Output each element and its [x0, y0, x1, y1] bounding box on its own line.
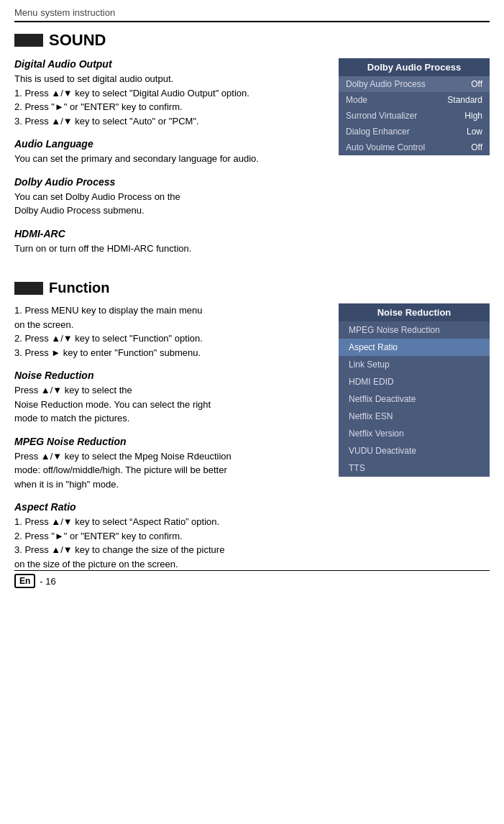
- audio-language-section: Audio Language You can set the primary a…: [14, 138, 331, 166]
- noise-row-8[interactable]: TTS: [339, 459, 490, 477]
- dolby-row-value-2: High: [464, 111, 482, 121]
- line: This is used to set digital audio output…: [14, 72, 331, 86]
- line: 1. Press MENU key to display the main me…: [14, 303, 331, 318]
- dolby-row-label-0: Dolby Audio Process: [346, 79, 426, 89]
- dolby-row-1[interactable]: Mode Standard: [339, 92, 490, 108]
- digital-audio-output-title: Digital Audio Output: [14, 58, 331, 70]
- line: 2. Press "►" or "ENTER" key to confirm.: [14, 100, 331, 114]
- footer-text: - 16: [40, 576, 55, 587]
- dolby-row-label-1: Mode: [346, 95, 367, 105]
- footer-badge: En: [14, 574, 35, 588]
- sound-bar: [14, 34, 43, 47]
- line: on the screen.: [14, 318, 331, 332]
- dolby-panel-title: Dolby Audio Process: [339, 58, 490, 76]
- line: 3. Press ► key to enter "Function" subme…: [14, 346, 331, 360]
- function-title: Function: [49, 280, 109, 296]
- sound-section-header: SOUND: [14, 31, 490, 50]
- noise-row-6[interactable]: Netflix Version: [339, 425, 490, 442]
- function-bar: [14, 282, 43, 295]
- line: 3. Press ▲/▼ key to select "Auto" or "PC…: [14, 114, 331, 129]
- noise-reduction-content: Press ▲/▼ key to select the Noise Reduct…: [14, 383, 331, 426]
- line: Noise Reduction mode. You can select the…: [14, 398, 331, 412]
- noise-row-0[interactable]: MPEG Noise Reduction: [339, 321, 490, 339]
- dolby-row-label-2: Surrond Virtualizer: [346, 111, 417, 121]
- mpeg-noise-reduction-section: MPEG Noise Reduction Press ▲/▼ key to se…: [14, 436, 331, 492]
- noise-reduction-section: Noise Reduction Press ▲/▼ key to select …: [14, 370, 331, 426]
- audio-language-title: Audio Language: [14, 138, 331, 150]
- line: when it is in "high" mode.: [14, 477, 331, 492]
- sound-title: SOUND: [49, 31, 106, 50]
- line: 1. Press ▲/▼ key to select "Digital Audi…: [14, 86, 331, 101]
- dolby-row-value-0: Off: [471, 79, 482, 89]
- digital-audio-output-section: Digital Audio Output This is used to set…: [14, 58, 331, 128]
- dolby-row-label-4: Auto Voulme Control: [346, 142, 425, 152]
- mpeg-noise-reduction-title: MPEG Noise Reduction: [14, 436, 331, 447]
- noise-row-3[interactable]: HDMI EDID: [339, 373, 490, 390]
- function-content-area: 1. Press MENU key to display the main me…: [14, 303, 490, 581]
- hdmi-arc-section: HDMI-ARC Turn on or turn off the HDMI-AR…: [14, 228, 331, 256]
- dolby-audio-process-content: You can set Dolby Audio Process on the D…: [14, 190, 331, 218]
- dolby-row-3[interactable]: Dialog Enhancer Low: [339, 124, 490, 139]
- hdmi-arc-content: Turn on or turn off the HDMI-ARC functio…: [14, 242, 331, 256]
- page-wrapper: Menu system instruction SOUND Digital Au…: [0, 0, 504, 595]
- noise-panel: Noise Reduction MPEG Noise Reduction Asp…: [339, 303, 490, 477]
- aspect-ratio-section: Aspect Ratio 1. Press ▲/▼ key to select …: [14, 501, 331, 571]
- page-footer: En - 16: [14, 570, 490, 588]
- aspect-ratio-content: 1. Press ▲/▼ key to select “Aspect Ratio…: [14, 515, 331, 571]
- noise-row-5[interactable]: Netflix ESN: [339, 408, 490, 425]
- aspect-ratio-title: Aspect Ratio: [14, 501, 331, 513]
- line: 1. Press ▲/▼ key to select “Aspect Ratio…: [14, 515, 331, 529]
- noise-row-1[interactable]: Aspect Ratio: [339, 339, 490, 356]
- page-title: Menu system instruction: [14, 7, 490, 22]
- function-text-column: 1. Press MENU key to display the main me…: [14, 303, 331, 581]
- function-section-header: Function: [14, 280, 490, 296]
- line: mode to match the pictures.: [14, 411, 331, 426]
- line: You can set the primary and secondary la…: [14, 152, 331, 166]
- line: 2. Press "►" or "ENTER" key to confirm.: [14, 529, 331, 544]
- sound-content-area: Digital Audio Output This is used to set…: [14, 58, 490, 265]
- mpeg-noise-reduction-content: Press ▲/▼ key to select the Mpeg Noise R…: [14, 449, 331, 492]
- line: Press ▲/▼ key to select the Mpeg Noise R…: [14, 449, 331, 464]
- dolby-row-value-1: Standard: [447, 95, 482, 105]
- line: 3. Press ▲/▼ key to change the size of t…: [14, 543, 331, 557]
- line: Press ▲/▼ key to select the: [14, 383, 331, 398]
- line: mode: off/low/middle/high. The picture w…: [14, 463, 331, 477]
- dolby-audio-process-section: Dolby Audio Process You can set Dolby Au…: [14, 176, 331, 218]
- function-intro: 1. Press MENU key to display the main me…: [14, 303, 331, 360]
- dolby-row-label-3: Dialog Enhancer: [346, 127, 410, 137]
- audio-language-content: You can set the primary and secondary la…: [14, 152, 331, 166]
- dolby-row-0[interactable]: Dolby Audio Process Off: [339, 76, 490, 92]
- line: Turn on or turn off the HDMI-ARC functio…: [14, 242, 331, 256]
- line: on the size of the picture on the screen…: [14, 557, 331, 572]
- sound-text-column: Digital Audio Output This is used to set…: [14, 58, 331, 265]
- noise-panel-title: Noise Reduction: [339, 303, 490, 321]
- dolby-row-value-4: Off: [471, 142, 482, 152]
- dolby-row-value-3: Low: [467, 127, 482, 137]
- dolby-audio-process-title: Dolby Audio Process: [14, 176, 331, 188]
- noise-row-4[interactable]: Netflix Deactivate: [339, 390, 490, 408]
- line: 2. Press ▲/▼ key to select "Function" op…: [14, 331, 331, 346]
- hdmi-arc-title: HDMI-ARC: [14, 228, 331, 239]
- dolby-row-4[interactable]: Auto Voulme Control Off: [339, 139, 490, 155]
- line: Dolby Audio Process submenu.: [14, 203, 331, 218]
- digital-audio-output-content: This is used to set digital audio output…: [14, 72, 331, 128]
- noise-reduction-title: Noise Reduction: [14, 370, 331, 381]
- line: You can set Dolby Audio Process on the: [14, 190, 331, 204]
- dolby-row-2[interactable]: Surrond Virtualizer High: [339, 108, 490, 124]
- dolby-panel: Dolby Audio Process Dolby Audio Process …: [339, 58, 490, 155]
- function-intro-content: 1. Press MENU key to display the main me…: [14, 303, 331, 360]
- noise-row-2[interactable]: Link Setup: [339, 356, 490, 373]
- noise-row-7[interactable]: VUDU Deactivate: [339, 442, 490, 459]
